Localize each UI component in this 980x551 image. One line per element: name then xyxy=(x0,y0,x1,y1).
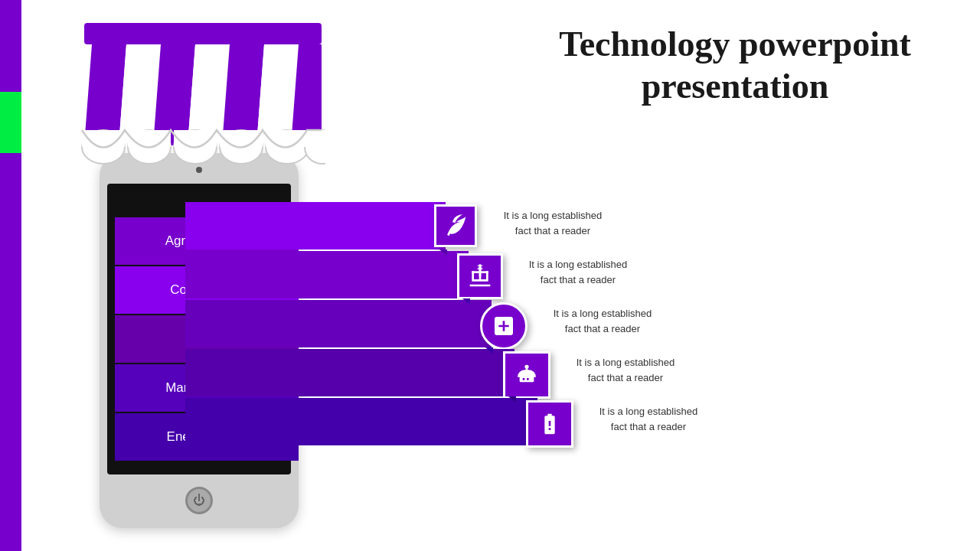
left-accent-small xyxy=(0,92,21,153)
icon-box-0 xyxy=(434,204,477,247)
icon-box-2 xyxy=(480,302,528,350)
battery-icon xyxy=(537,412,562,436)
icon-box-1 xyxy=(457,253,503,299)
desc-3: It is a long established fact that a rea… xyxy=(560,355,691,385)
bar-row-3: It is a long established fact that a rea… xyxy=(185,349,721,396)
svg-rect-0 xyxy=(84,23,322,44)
title-area: Technology powerpoint presentation xyxy=(536,23,934,107)
icon-box-4 xyxy=(526,400,573,448)
bar-row-2: It is a long established fact that a rea… xyxy=(185,300,721,347)
svg-rect-21 xyxy=(472,271,488,273)
desc-1: It is a long established fact that a rea… xyxy=(513,257,643,287)
bar-manufacturing xyxy=(185,349,514,396)
desc-0: It is a long established fact that a rea… xyxy=(488,208,618,238)
awning xyxy=(80,23,325,202)
bar-row-0: It is a long established fact that a rea… xyxy=(185,202,721,249)
bar-row-1: It is a long established fact that a rea… xyxy=(185,251,721,298)
main-title: Technology powerpoint presentation xyxy=(536,23,934,107)
icon-box-3 xyxy=(503,351,550,399)
leaf-icon xyxy=(443,214,468,238)
phone-home-button[interactable]: ⏻ xyxy=(185,487,213,514)
power-icon: ⏻ xyxy=(193,494,205,507)
svg-rect-22 xyxy=(479,273,482,279)
bar-row-4: It is a long established fact that a rea… xyxy=(185,398,721,445)
bar-energy xyxy=(185,398,537,445)
bars-container: It is a long established fact that a rea… xyxy=(185,202,721,447)
crane-icon xyxy=(468,264,492,289)
desc-2: It is a long established fact that a rea… xyxy=(537,306,668,336)
bar-medical xyxy=(185,300,492,347)
medical-cross-icon xyxy=(492,314,516,338)
robot-icon xyxy=(514,363,539,387)
desc-4: It is a long established fact that a rea… xyxy=(583,404,714,434)
left-accent-bar xyxy=(0,0,21,551)
bar-construction xyxy=(185,251,469,298)
bar-agriculture xyxy=(185,202,446,249)
